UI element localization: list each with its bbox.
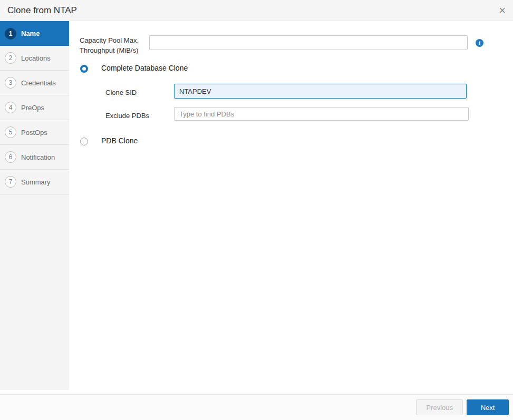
pdb-clone-label[interactable]: PDB Clone [101,136,138,145]
dialog-title: Clone from NTAP [7,5,77,16]
step-number-badge: 1 [5,28,16,40]
step-label: Name [21,30,40,37]
wizard-step-postops[interactable]: 5 PostOps [0,120,69,145]
info-icon[interactable]: i [476,39,483,47]
wizard-step-preops[interactable]: 4 PreOps [0,95,69,120]
step-number-badge: 5 [5,126,16,138]
clone-sid-label: Clone SID [105,88,137,98]
complete-database-clone-radio[interactable] [80,65,88,73]
clone-sid-input[interactable] [174,84,467,99]
step-label: Locations [21,54,51,62]
step-label: PreOps [21,104,44,112]
wizard-steps-sidebar: 1 Name 2 Locations 3 Credentials 4 PreOp… [0,21,69,390]
name-step-form: Capacity Pool Max. Throughput (MiB/s) i … [69,21,513,394]
exclude-pdbs-label: Exclude PDBs [105,111,149,121]
step-number-badge: 7 [5,176,16,188]
capacity-pool-throughput-label: Capacity Pool Max. Throughput (MiB/s) [80,36,149,56]
wizard-step-notification[interactable]: 6 Notification [0,145,69,170]
previous-button[interactable]: Previous [416,399,463,415]
step-number-badge: 4 [5,102,16,113]
dialog-header: Clone from NTAP × [0,0,513,21]
step-label: Notification [21,153,55,161]
clone-dialog: Clone from NTAP × 1 Name 2 Locations 3 C… [0,0,513,420]
next-button[interactable]: Next [467,399,509,415]
step-label: PostOps [21,129,47,136]
wizard-step-locations[interactable]: 2 Locations [0,46,69,71]
step-number-badge: 3 [5,77,16,89]
exclude-pdbs-input[interactable] [174,107,469,121]
wizard-step-credentials[interactable]: 3 Credentials [0,71,69,95]
step-label: Summary [21,178,51,186]
step-number-badge: 2 [5,52,16,64]
step-number-badge: 6 [5,151,16,163]
close-icon[interactable]: × [499,5,506,16]
step-label: Credentials [21,79,56,87]
wizard-step-summary[interactable]: 7 Summary [0,170,69,194]
pdb-clone-radio[interactable] [80,138,88,145]
complete-database-clone-label[interactable]: Complete Database Clone [101,64,188,72]
capacity-pool-throughput-input[interactable] [149,35,468,50]
wizard-step-name[interactable]: 1 Name [0,21,69,46]
dialog-footer: Previous Next [0,394,513,420]
